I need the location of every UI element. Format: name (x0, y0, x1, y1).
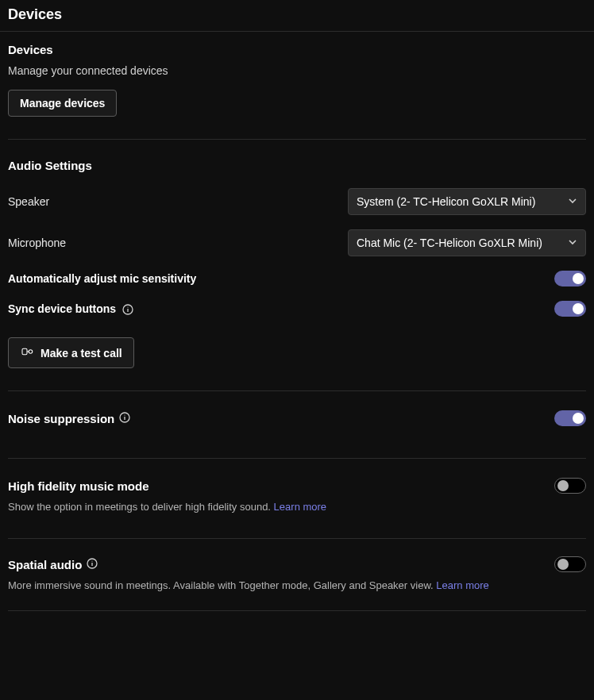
noise-suppression-title: Noise suppression (8, 412, 130, 425)
chevron-down-icon (568, 237, 577, 249)
hifi-toggle[interactable] (554, 478, 586, 494)
spatial-audio-title: Spatial audio (8, 558, 98, 571)
auto-adjust-row: Automatically adjust mic sensitivity (8, 271, 586, 287)
speaker-value: System (2- TC-Helicon GoXLR Mini) (357, 195, 535, 208)
manage-devices-label: Manage devices (20, 97, 105, 110)
spatial-audio-toggle[interactable] (554, 556, 586, 572)
speaker-row: Speaker System (2- TC-Helicon GoXLR Mini… (8, 188, 586, 215)
hifi-section: High fidelity music mode Show the option… (8, 478, 586, 514)
divider (8, 610, 586, 611)
spatial-audio-section: Spatial audio More immersive sound in me… (8, 556, 586, 593)
info-icon[interactable] (122, 304, 133, 315)
page-title: Devices (8, 6, 586, 23)
spatial-learn-more-link[interactable]: Learn more (436, 579, 488, 591)
hifi-description: Show the option in meetings to deliver h… (8, 500, 586, 514)
microphone-value: Chat Mic (2- TC-Helicon GoXLR Mini) (357, 237, 542, 249)
hifi-learn-more-link[interactable]: Learn more (274, 501, 326, 513)
divider (8, 538, 586, 539)
auto-adjust-toggle[interactable] (554, 271, 586, 287)
svg-rect-3 (22, 348, 27, 355)
svg-point-4 (29, 350, 33, 354)
noise-suppression-section: Noise suppression (8, 410, 586, 426)
manage-devices-button[interactable]: Manage devices (8, 90, 117, 117)
microphone-dropdown[interactable]: Chat Mic (2- TC-Helicon GoXLR Mini) (348, 229, 586, 256)
info-icon[interactable] (87, 558, 98, 571)
auto-adjust-label: Automatically adjust mic sensitivity (8, 272, 196, 285)
sync-buttons-toggle[interactable] (554, 301, 586, 317)
sync-buttons-row: Sync device buttons (8, 301, 586, 317)
svg-point-2 (127, 307, 128, 308)
hifi-title: High fidelity music mode (8, 479, 149, 493)
spatial-audio-description: More immersive sound in meetings. Availa… (8, 579, 586, 593)
divider (8, 390, 586, 391)
speaker-label: Speaker (8, 195, 49, 208)
devices-heading: Devices (8, 43, 586, 56)
audio-settings-section: Audio Settings Speaker System (2- TC-Hel… (8, 159, 586, 368)
divider (8, 458, 586, 459)
speaker-dropdown[interactable]: System (2- TC-Helicon GoXLR Mini) (348, 188, 586, 215)
devices-subtitle: Manage your connected devices (8, 64, 586, 77)
devices-section: Devices Manage your connected devices Ma… (8, 43, 586, 117)
microphone-row: Microphone Chat Mic (2- TC-Helicon GoXLR… (8, 229, 586, 256)
info-icon[interactable] (119, 412, 130, 425)
microphone-label: Microphone (8, 237, 66, 249)
sync-buttons-label: Sync device buttons (8, 302, 133, 315)
divider (8, 139, 586, 140)
noise-suppression-toggle[interactable] (554, 410, 586, 426)
title-bar: Devices (0, 0, 594, 32)
make-test-call-button[interactable]: Make a test call (8, 337, 134, 368)
make-test-call-label: Make a test call (40, 347, 122, 360)
svg-point-7 (125, 414, 125, 415)
test-call-icon (20, 344, 34, 361)
chevron-down-icon (568, 195, 577, 208)
svg-point-10 (92, 560, 93, 561)
audio-settings-heading: Audio Settings (8, 159, 586, 172)
